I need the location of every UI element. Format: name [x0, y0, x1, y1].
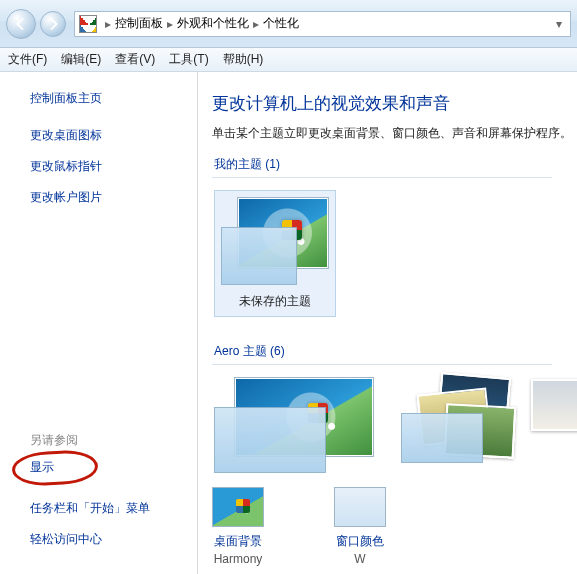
window-color-link[interactable]: 窗口颜色 — [334, 533, 386, 550]
menu-bar: 文件(F) 编辑(E) 查看(V) 工具(T) 帮助(H) — [0, 48, 577, 72]
menu-view[interactable]: 查看(V) — [115, 51, 155, 68]
forward-button[interactable] — [40, 11, 66, 37]
aero-theme-3[interactable] — [531, 375, 571, 461]
sidebar-home[interactable]: 控制面板主页 — [30, 90, 179, 107]
chevron-right-icon: ▸ — [105, 17, 111, 31]
sidebar-taskbar-start[interactable]: 任务栏和「开始」菜单 — [30, 500, 179, 517]
aero-theme-1[interactable] — [214, 377, 374, 473]
breadcrumb-personalization[interactable]: 个性化 — [263, 15, 299, 32]
sidebar-ease-of-access[interactable]: 轻松访问中心 — [30, 531, 179, 548]
breadcrumb-root[interactable]: 控制面板 — [115, 15, 163, 32]
menu-edit[interactable]: 编辑(E) — [61, 51, 101, 68]
theme-unsaved[interactable]: 未保存的主题 — [214, 190, 336, 317]
sidebar-display[interactable]: 显示 — [30, 459, 179, 476]
menu-file[interactable]: 文件(F) — [8, 51, 47, 68]
page-title: 更改计算机上的视觉效果和声音 — [212, 92, 577, 115]
control-panel-icon — [79, 15, 97, 33]
window-color-overlay — [221, 227, 297, 285]
back-button[interactable] — [6, 9, 36, 39]
main-panel: 更改计算机上的视觉效果和声音 单击某个主题立即更改桌面背景、窗口颜色、声音和屏幕… — [198, 72, 577, 574]
desktop-bg-link[interactable]: 桌面背景 — [212, 533, 264, 550]
body-split: 控制面板主页 更改桌面图标 更改鼠标指针 更改帐户图片 另请参阅 显示 任务栏和… — [0, 72, 577, 574]
aero-themes-row — [212, 375, 577, 493]
menu-help[interactable]: 帮助(H) — [223, 51, 264, 68]
control-desktop-background[interactable]: 桌面背景 Harmony — [212, 487, 264, 566]
stacked-photo — [531, 379, 577, 431]
window-color-value: W — [334, 552, 386, 566]
sidebar-account-picture[interactable]: 更改帐户图片 — [30, 189, 179, 206]
sidebar-desktop-icons[interactable]: 更改桌面图标 — [30, 127, 179, 144]
annotation-circle: 显示 — [30, 459, 179, 490]
theme-thumbnail — [221, 197, 329, 285]
my-themes-header: 我的主题 (1) — [212, 156, 552, 178]
page-subtitle: 单击某个主题立即更改桌面背景、窗口颜色、声音和屏幕保护程序。 — [212, 125, 577, 142]
chevron-right-icon: ▸ — [167, 17, 173, 31]
sidebar-spacer — [30, 220, 179, 432]
aero-themes-header: Aero 主题 (6) — [212, 343, 552, 365]
see-also-heading: 另请参阅 — [30, 432, 179, 449]
address-dropdown-icon[interactable]: ▾ — [552, 17, 566, 31]
window-color-swatch — [334, 487, 386, 527]
sidebar: 控制面板主页 更改桌面图标 更改鼠标指针 更改帐户图片 另请参阅 显示 任务栏和… — [0, 72, 198, 574]
window-nav-bar: ▸ 控制面板 ▸ 外观和个性化 ▸ 个性化 ▾ — [0, 0, 577, 48]
control-window-color[interactable]: 窗口颜色 W — [334, 487, 386, 566]
window-color-overlay — [214, 407, 326, 473]
address-bar[interactable]: ▸ 控制面板 ▸ 外观和个性化 ▸ 个性化 ▾ — [74, 11, 571, 37]
window-color-overlay — [401, 413, 483, 463]
theme-thumbnail — [214, 377, 374, 473]
theme-label: 未保存的主题 — [221, 293, 329, 310]
desktop-bg-swatch — [212, 487, 264, 527]
chevron-right-icon: ▸ — [253, 17, 259, 31]
menu-tools[interactable]: 工具(T) — [169, 51, 208, 68]
personalization-controls: 桌面背景 Harmony 窗口颜色 W — [212, 487, 577, 566]
breadcrumb-appearance[interactable]: 外观和个性化 — [177, 15, 249, 32]
sidebar-mouse-pointers[interactable]: 更改鼠标指针 — [30, 158, 179, 175]
desktop-bg-value: Harmony — [212, 552, 264, 566]
aero-theme-2[interactable] — [405, 375, 515, 461]
spacer — [30, 490, 179, 500]
